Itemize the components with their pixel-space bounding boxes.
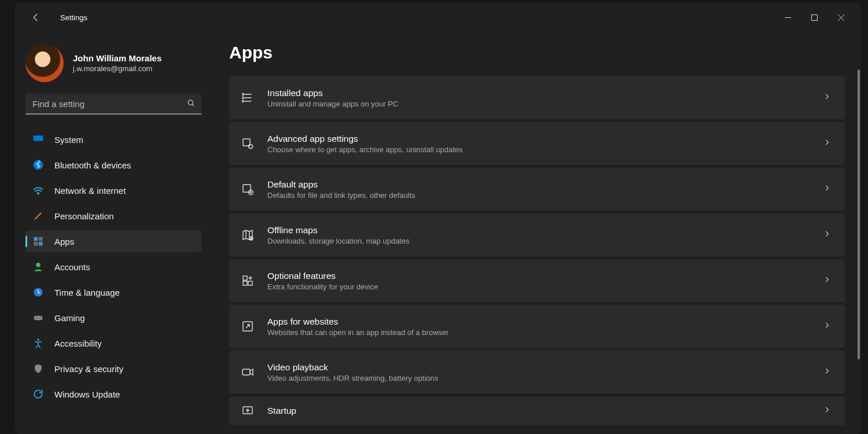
svg-rect-7 (39, 237, 43, 241)
main-content: Apps Installed apps Uninstall and manage… (212, 32, 861, 434)
card-title: Advanced app settings (267, 134, 823, 144)
svg-rect-25 (243, 281, 247, 285)
sidebar-item-system[interactable]: System (25, 128, 201, 150)
chevron-right-icon (823, 230, 831, 240)
svg-rect-17 (242, 97, 244, 99)
sidebar-item-personalization[interactable]: Personalization (25, 205, 201, 227)
card-startup[interactable]: Startup (229, 396, 845, 425)
chevron-right-icon (823, 275, 831, 286)
map-icon (240, 227, 256, 243)
sidebar-item-bluetooth[interactable]: Bluetooth & devices (25, 154, 201, 176)
profile[interactable]: John William Morales j.w.morales@gmail.c… (25, 44, 201, 82)
sidebar-item-label: System (54, 135, 83, 145)
titlebar-label: Settings (60, 13, 87, 22)
svg-point-15 (37, 339, 39, 341)
sidebar-item-apps[interactable]: Apps (25, 230, 201, 252)
sidebar-item-accounts[interactable]: Accounts (25, 256, 201, 278)
card-sub: Defaults for file and link types, other … (267, 191, 823, 200)
svg-rect-28 (242, 369, 250, 375)
chevron-right-icon (823, 138, 831, 149)
back-button[interactable] (25, 7, 46, 28)
display-icon (32, 134, 44, 145)
card-installed-apps[interactable]: Installed apps Uninstall and manage apps… (229, 76, 845, 119)
card-sub: Websites that can open in an app instead… (267, 328, 823, 337)
wifi-icon (32, 185, 44, 196)
card-advanced-app-settings[interactable]: Advanced app settings Choose where to ge… (229, 122, 845, 165)
cards-list: Installed apps Uninstall and manage apps… (229, 76, 853, 434)
card-apps-for-websites[interactable]: Apps for websites Websites that can open… (229, 305, 845, 348)
sidebar-item-privacy[interactable]: Privacy & security (25, 358, 201, 380)
startup-icon (240, 403, 256, 419)
chevron-right-icon (823, 93, 831, 103)
brush-icon (32, 210, 44, 222)
card-sub: Extra functionality for your device (267, 282, 823, 291)
accessibility-icon (32, 337, 44, 349)
card-video-playback[interactable]: Video playback Video adjustments, HDR st… (229, 351, 845, 393)
sidebar-item-gaming[interactable]: Gaming (25, 307, 201, 329)
chevron-right-icon (823, 406, 831, 416)
update-icon (32, 388, 44, 400)
svg-rect-0 (811, 14, 817, 20)
grid-plus-icon (240, 273, 256, 289)
bluetooth-icon (32, 159, 44, 171)
svg-rect-12 (34, 316, 43, 321)
card-optional-features[interactable]: Optional features Extra functionality fo… (229, 259, 845, 302)
card-sub: Downloads, storage location, map updates (267, 237, 823, 245)
svg-point-5 (38, 194, 39, 195)
sidebar-item-label: Personalization (54, 211, 114, 221)
search-input[interactable] (25, 94, 201, 115)
sidebar-item-accessibility[interactable]: Accessibility (25, 332, 201, 354)
sidebar-item-label: Time & language (54, 288, 120, 297)
maximize-button[interactable] (801, 9, 827, 26)
settings-window: Settings John William Morales j.w.morale… (15, 2, 861, 434)
svg-rect-16 (242, 94, 244, 95)
shield-icon (32, 363, 44, 374)
sidebar-item-label: Accounts (54, 262, 90, 272)
svg-rect-6 (34, 237, 38, 241)
card-title: Apps for websites (267, 317, 823, 327)
person-icon (32, 261, 44, 273)
sidebar-item-label: Accessibility (54, 339, 102, 348)
app-gear-icon (240, 135, 256, 152)
sidebar: John William Morales j.w.morales@gmail.c… (15, 32, 212, 434)
sidebar-item-windows-update[interactable]: Windows Update (25, 383, 201, 405)
scrollbar[interactable] (858, 69, 860, 432)
page-title: Apps (229, 43, 853, 62)
scrollbar-thumb[interactable] (858, 69, 860, 359)
search-icon (187, 99, 196, 109)
sidebar-item-label: Network & internet (54, 186, 126, 196)
minimize-button[interactable] (774, 9, 801, 26)
card-title: Startup (267, 406, 823, 416)
card-title: Video playback (267, 362, 823, 373)
gamepad-icon (32, 312, 44, 323)
svg-rect-3 (34, 141, 43, 142)
clock-icon (32, 286, 44, 298)
video-icon (240, 364, 256, 380)
svg-point-10 (36, 263, 41, 267)
profile-name: John William Morales (73, 53, 161, 63)
card-default-apps[interactable]: Default apps Defaults for file and link … (229, 168, 845, 211)
sidebar-item-label: Apps (54, 237, 74, 247)
close-button[interactable] (827, 9, 854, 26)
card-title: Default apps (267, 179, 823, 190)
chevron-right-icon (823, 367, 831, 377)
svg-rect-9 (39, 242, 43, 246)
svg-rect-8 (34, 242, 38, 246)
sidebar-item-label: Windows Update (54, 389, 120, 399)
sidebar-item-time-language[interactable]: Time & language (25, 281, 201, 303)
svg-point-13 (36, 317, 37, 318)
card-sub: Choose where to get apps, archive apps, … (267, 145, 823, 154)
chevron-right-icon (823, 184, 831, 194)
card-sub: Video adjustments, HDR streaming, batter… (267, 374, 823, 382)
apps-icon (32, 236, 44, 247)
chevron-right-icon (823, 321, 831, 332)
nav: System Bluetooth & devices Network & int… (25, 128, 201, 405)
sidebar-item-label: Gaming (54, 313, 85, 323)
svg-point-1 (188, 100, 193, 105)
sidebar-item-label: Bluetooth & devices (54, 160, 131, 170)
list-icon (240, 90, 256, 106)
profile-email: j.w.morales@gmail.com (73, 64, 161, 73)
sidebar-item-network[interactable]: Network & internet (25, 179, 201, 201)
card-title: Installed apps (267, 88, 823, 98)
card-offline-maps[interactable]: Offline maps Downloads, storage location… (229, 214, 845, 256)
